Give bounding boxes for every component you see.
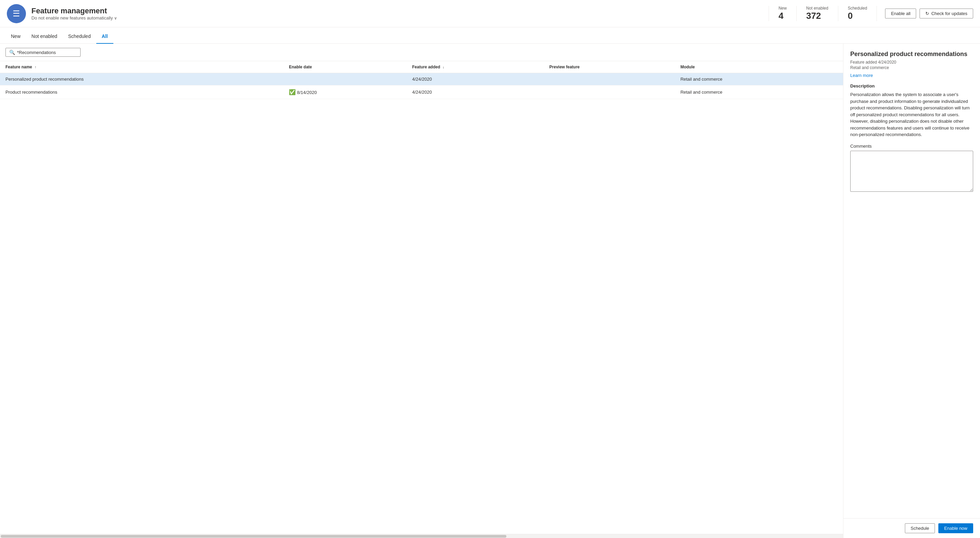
check-updates-label: Check for updates <box>931 11 967 16</box>
col-enable-date[interactable]: Enable date <box>283 61 407 73</box>
cell-preview-feature <box>544 73 675 85</box>
header-subtitle[interactable]: Do not enable new features automatically… <box>32 15 760 21</box>
description-section-title: Description <box>850 83 973 89</box>
stat-scheduled-value: 0 <box>848 11 853 21</box>
search-bar: 🔍 <box>0 44 843 61</box>
col-feature-name[interactable]: Feature name ↑ <box>0 61 283 73</box>
app-logo-icon: ☰ <box>13 10 20 18</box>
header-title-block: Feature management Do not enable new fea… <box>32 6 760 21</box>
horizontal-scrollbar[interactable] <box>0 534 843 538</box>
cell-feature-added: 4/24/2020 <box>407 73 544 85</box>
col-feature-added-label: Feature added <box>412 65 440 69</box>
sort-desc-icon: ↓ <box>442 65 444 69</box>
table-body: Personalized product recommendations 4/2… <box>0 73 843 99</box>
refresh-icon: ↻ <box>925 11 929 16</box>
nav-tabs: New Not enabled Scheduled All <box>0 27 980 44</box>
search-input[interactable] <box>17 50 77 55</box>
table-row[interactable]: Product recommendations ✅ 8/14/2020 4/24… <box>0 85 843 99</box>
stat-not-enabled-value: 372 <box>806 11 821 21</box>
subtitle-text: Do not enable new features automatically <box>32 15 113 21</box>
detail-module: Retail and commerce <box>850 65 973 70</box>
table-header: Feature name ↑ Enable date Feature added… <box>0 61 843 73</box>
stat-scheduled-label: Scheduled <box>848 6 867 11</box>
comments-label: Comments <box>850 144 973 149</box>
detail-footer: Schedule Enable now <box>843 518 980 538</box>
app-header: ☰ Feature management Do not enable new f… <box>0 0 980 27</box>
stat-new: New 4 <box>768 6 797 21</box>
stat-not-enabled: Not enabled 372 <box>797 6 838 21</box>
col-feature-name-label: Feature name <box>5 65 32 69</box>
search-icon: 🔍 <box>9 49 15 55</box>
table-row[interactable]: Personalized product recommendations 4/2… <box>0 73 843 85</box>
col-module-label: Module <box>681 65 695 69</box>
tab-all[interactable]: All <box>96 29 113 44</box>
cell-feature-name: Product recommendations <box>0 85 283 99</box>
search-input-wrapper[interactable]: 🔍 <box>5 48 81 57</box>
enable-all-button[interactable]: Enable all <box>885 8 916 18</box>
stats-block: New 4 Not enabled 372 Scheduled 0 <box>768 6 877 21</box>
stat-new-value: 4 <box>778 11 783 21</box>
cell-module: Retail and commerce <box>675 85 843 99</box>
comments-textarea[interactable] <box>850 151 973 192</box>
detail-title: Personalized product recommendations <box>850 51 973 58</box>
tab-new[interactable]: New <box>5 29 26 44</box>
features-table: Feature name ↑ Enable date Feature added… <box>0 61 843 99</box>
stat-new-label: New <box>778 6 787 11</box>
detail-feature-added: Feature added 4/24/2020 <box>850 60 973 65</box>
right-panel: Personalized product recommendations Fea… <box>843 44 980 538</box>
page-title: Feature management <box>32 6 760 15</box>
stat-not-enabled-label: Not enabled <box>806 6 828 11</box>
cell-enable-date: ✅ 8/14/2020 <box>283 85 407 99</box>
col-preview-feature[interactable]: Preview feature <box>544 61 675 73</box>
schedule-button[interactable]: Schedule <box>905 523 935 533</box>
check-updates-button[interactable]: ↻ Check for updates <box>920 8 973 18</box>
cell-feature-added: 4/24/2020 <box>407 85 544 99</box>
enabled-check-icon: ✅ <box>289 89 296 95</box>
tab-scheduled[interactable]: Scheduled <box>63 29 96 44</box>
enable-date-value: 8/14/2020 <box>297 90 317 95</box>
stat-scheduled: Scheduled 0 <box>838 6 877 21</box>
col-module[interactable]: Module <box>675 61 843 73</box>
col-feature-added[interactable]: Feature added ↓ <box>407 61 544 73</box>
col-enable-date-label: Enable date <box>289 65 312 69</box>
col-preview-feature-label: Preview feature <box>549 65 580 69</box>
main-layout: 🔍 Feature name ↑ Enable date <box>0 44 980 538</box>
learn-more-link[interactable]: Learn more <box>850 73 873 78</box>
app-logo: ☰ <box>7 4 26 23</box>
feature-table: Feature name ↑ Enable date Feature added… <box>0 61 843 534</box>
cell-module: Retail and commerce <box>675 73 843 85</box>
cell-feature-name: Personalized product recommendations <box>0 73 283 85</box>
cell-enable-date <box>283 73 407 85</box>
scroll-thumb[interactable] <box>1 535 506 538</box>
detail-description: Personalization allows the system to ass… <box>850 91 973 138</box>
chevron-down-icon: ∨ <box>114 16 117 21</box>
header-actions: Enable all ↻ Check for updates <box>885 8 973 18</box>
tab-not-enabled[interactable]: Not enabled <box>26 29 63 44</box>
detail-content: Personalized product recommendations Fea… <box>843 44 980 518</box>
sort-asc-icon: ↑ <box>35 65 36 69</box>
left-panel: 🔍 Feature name ↑ Enable date <box>0 44 843 538</box>
enable-now-button[interactable]: Enable now <box>938 523 973 533</box>
cell-preview-feature <box>544 85 675 99</box>
